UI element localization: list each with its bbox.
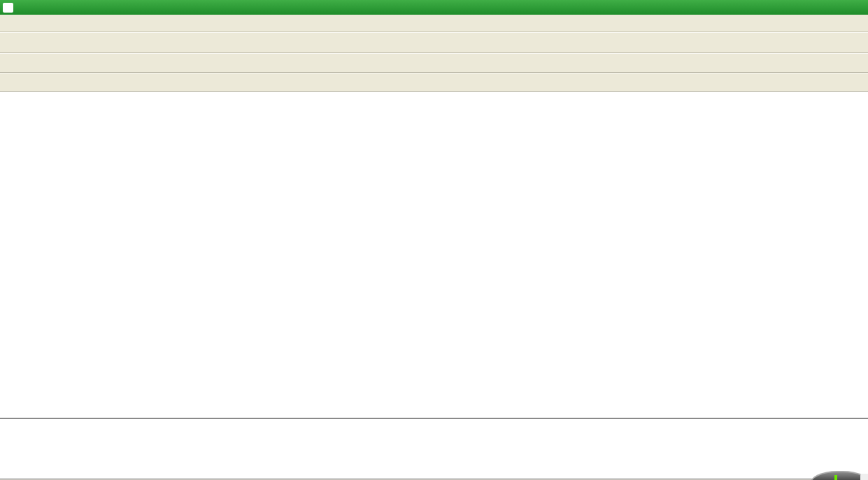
menu-bar: [0, 15, 868, 32]
app-logo-icon: [3, 3, 13, 13]
toolbar-tools: [0, 53, 868, 73]
toolbar-main: [0, 32, 868, 53]
kline-canvas[interactable]: [0, 92, 868, 480]
pane-separator: [0, 418, 868, 420]
chart-area[interactable]: [0, 92, 868, 480]
widget-led-icon: [834, 475, 837, 480]
toolbar-gann: [0, 73, 868, 92]
widget-tab[interactable]: [860, 474, 868, 480]
title-bar: [0, 0, 868, 15]
